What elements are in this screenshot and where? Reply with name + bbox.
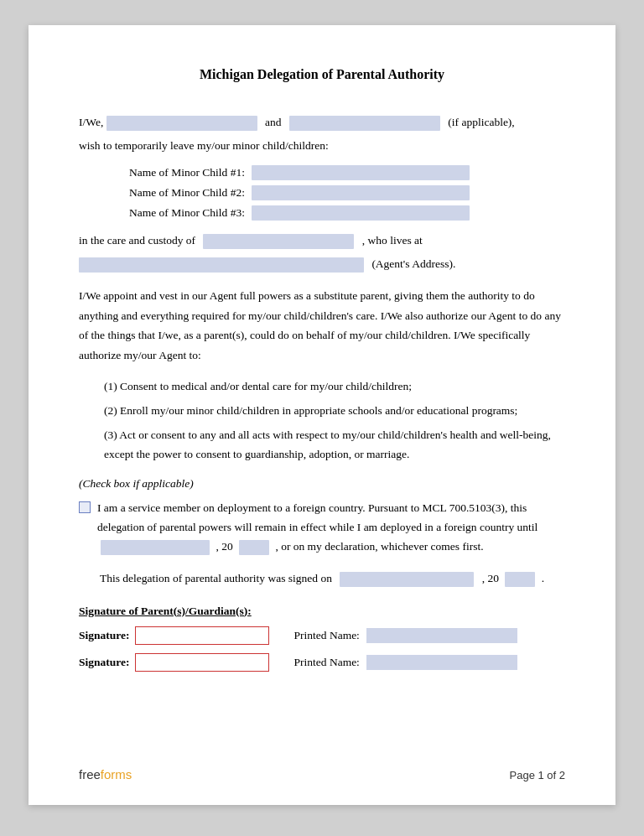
child3-row: Name of Minor Child #3: [129,205,565,221]
who-lives-at: , who lives at [362,234,423,247]
child3-name-input[interactable] [252,205,470,221]
if-applicable-label: (if applicable), [448,116,514,128]
signing-year-input[interactable] [505,572,535,587]
footer: freeforms Page 1 of 2 [79,767,565,781]
deployment-end: , or on my declaration, whichever comes … [275,540,483,553]
printed1-input[interactable] [366,628,517,643]
agent-address-input[interactable] [79,257,364,273]
check-section: (Check box if applicable) [79,477,565,491]
child1-row: Name of Minor Child #1: [129,165,565,180]
sig1-label: Signature: [79,629,130,642]
wish-text: wish to temporarily leave my/our minor c… [79,136,565,156]
child1-name-input[interactable] [252,165,470,180]
printed1-label: Printed Name: [294,629,360,642]
signing-end: . [542,572,544,584]
signing-line: This delegation of parental authority wa… [79,569,565,589]
document-title: Michigan Delegation of Parental Authorit… [79,67,565,82]
logo-free: free [79,767,101,781]
sig2-label: Signature: [79,656,130,669]
signing-date-input[interactable] [340,572,474,587]
signature-section: Signature of Parent(s)/Guardian(s): Sign… [79,605,565,672]
parent1-name-input[interactable] [106,116,257,131]
intro-row: I/We, and (if applicable), [79,112,565,132]
logo-forms: forms [101,767,132,781]
deployment-text-block: I am a service member on deployment to a… [97,499,565,557]
deployment-row: I am a service member on deployment to a… [79,499,565,557]
child1-label: Name of Minor Child #1: [129,166,245,179]
list-item-3: (3) Act or consent to any and all acts w… [104,426,565,465]
signature-header: Signature of Parent(s)/Guardian(s): [79,605,565,618]
list-item-2: (2) Enroll my/our minor child/children i… [104,402,565,421]
signing-prefix: This delegation of parental authority wa… [100,572,332,584]
printed2-input[interactable] [366,655,517,670]
document-page: Michigan Delegation of Parental Authorit… [29,25,615,805]
sig2-input[interactable] [135,653,269,672]
sig-row-1: Signature: Printed Name: [79,626,565,645]
signing-mid: , 20 [482,572,499,584]
deployment-mid: , 20 [216,540,232,553]
address-row: (Agent's Address). [79,254,565,274]
printed2-label: Printed Name: [294,656,360,669]
page-number: Page 1 of 2 [510,769,566,781]
child3-label: Name of Minor Child #3: [129,206,245,220]
agent-name-input[interactable] [203,234,354,249]
check-label: (Check box if applicable) [79,477,194,490]
deployment-text: I am a service member on deployment to a… [97,501,538,533]
paragraph1: I/We appoint and vest in our Agent full … [79,286,565,366]
child2-name-input[interactable] [252,185,470,200]
custody-text: in the care and custody of [79,234,195,247]
freeforms-logo: freeforms [79,767,132,781]
child2-label: Name of Minor Child #2: [129,186,245,200]
sig-row-2: Signature: Printed Name: [79,653,565,672]
child2-row: Name of Minor Child #2: [129,185,565,200]
list-item-1: (1) Consent to medical and/or dental car… [104,377,565,397]
deployment-year-input[interactable] [239,540,269,555]
agents-address-label: (Agent's Address). [371,257,455,270]
sig1-input[interactable] [135,626,269,645]
deployment-date-input[interactable] [101,540,210,555]
deployment-checkbox[interactable] [79,501,91,513]
and-label: and [265,116,282,128]
iwe-label: I/We, [79,116,103,128]
custody-row: in the care and custody of , who lives a… [79,231,565,251]
parent2-name-input[interactable] [289,116,440,131]
